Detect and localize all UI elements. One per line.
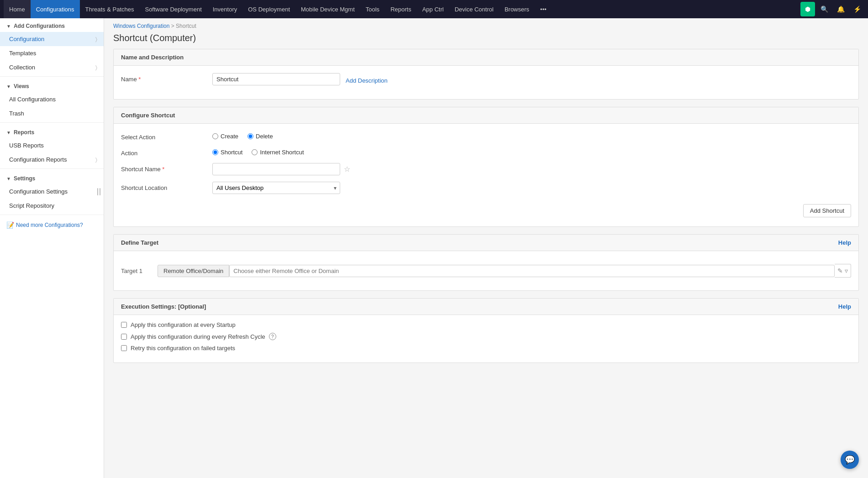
top-nav: Home Configurations Threats & Patches So… — [0, 0, 868, 18]
collection-label: Collection — [9, 64, 35, 71]
chevron-right-icon-collection: 〉 — [95, 64, 97, 71]
nav-item-software[interactable]: Software Deployment — [139, 0, 207, 18]
nav-item-devicecontrol[interactable]: Device Control — [449, 0, 499, 18]
sidebar-item-collection[interactable]: Collection 〉 — [0, 60, 104, 74]
sidebar-item-configuration[interactable]: Configuration 〉 — [0, 32, 104, 46]
select-action-label: Select Action — [121, 131, 212, 141]
checkbox-row-1: Apply this configuration at every Startu… — [121, 321, 851, 328]
main-content: Windows Configuration > Shortcut Shortcu… — [104, 18, 868, 478]
all-configurations-label: All Configurations — [9, 96, 56, 103]
shortcut-name-input[interactable] — [212, 163, 340, 175]
sidebar-section-settings[interactable]: ▼ Settings — [0, 171, 104, 184]
sidebar-item-configuration-settings[interactable]: Configuration Settings — [0, 184, 104, 199]
nav-item-threats[interactable]: Threats & Patches — [80, 0, 140, 18]
sidebar: ▼ Add Configurations Configuration 〉 Tem… — [0, 18, 104, 478]
nav-item-mobile[interactable]: Mobile Device Mgmt — [295, 0, 360, 18]
edit-icon[interactable]: ✎ — [837, 267, 843, 274]
name-label: Name * — [121, 73, 212, 83]
target-input[interactable] — [229, 265, 835, 277]
shield-icon[interactable]: ⬢ — [800, 2, 815, 16]
nav-item-home[interactable]: Home — [4, 0, 31, 18]
configuration-label: Configuration — [9, 36, 44, 42]
breadcrumb-parent[interactable]: Windows Configuration — [113, 23, 169, 29]
execution-settings-body: Apply this configuration at every Startu… — [114, 315, 858, 362]
radio-shortcut[interactable]: Shortcut — [212, 149, 242, 156]
sidebar-item-usb-reports[interactable]: USB Reports — [0, 138, 104, 152]
configuration-settings-label: Configuration Settings — [9, 188, 68, 195]
shortcut-name-required: * — [162, 166, 164, 173]
action-row: Action Shortcut Internet Shortcut — [121, 147, 851, 157]
chevron-right-icon-config-reports: 〉 — [95, 157, 97, 163]
chevron-down-icon-reports: ▼ — [6, 130, 11, 135]
nav-item-os[interactable]: OS Deployment — [242, 0, 295, 18]
search-icon[interactable]: 🔍 — [817, 2, 831, 16]
radio-delete-input[interactable] — [247, 133, 253, 139]
radio-create-input[interactable] — [212, 133, 218, 139]
nav-item-inventory[interactable]: Inventory — [207, 0, 242, 18]
settings-label: Settings — [14, 175, 35, 182]
checkbox-startup[interactable] — [121, 322, 127, 328]
checkbox-startup-label[interactable]: Apply this configuration at every Startu… — [131, 321, 236, 328]
chevron-down-icon-settings: ▼ — [6, 176, 11, 181]
sidebar-section-reports[interactable]: ▼ Reports — [0, 125, 104, 138]
shortcut-name-control: ☆ — [212, 163, 851, 175]
sidebar-item-trash[interactable]: Trash — [0, 106, 104, 121]
radio-internet-shortcut[interactable]: Internet Shortcut — [252, 149, 304, 156]
reports-label: Reports — [14, 129, 34, 136]
execution-settings-header: Execution Settings: [Optional] Help — [114, 299, 858, 315]
chat-icon: 💬 — [845, 455, 855, 465]
sidebar-item-templates[interactable]: Templates — [0, 46, 104, 60]
bell-icon[interactable]: 🔔 — [833, 2, 848, 16]
checkbox-refresh-cycle[interactable] — [121, 334, 127, 340]
nav-item-reports[interactable]: Reports — [385, 0, 417, 18]
nav-item-more[interactable]: ••• — [535, 0, 552, 18]
name-input[interactable] — [212, 73, 340, 85]
checkbox-retry-label[interactable]: Retry this configuration on failed targe… — [131, 345, 235, 352]
required-marker: * — [138, 76, 141, 83]
target-actions: ✎ ▿ — [835, 264, 851, 278]
radio-internet-shortcut-input[interactable] — [252, 149, 258, 155]
sidebar-item-configuration-reports[interactable]: Configuration Reports 〉 — [0, 152, 104, 167]
radio-create[interactable]: Create — [212, 133, 238, 140]
nav-item-tools[interactable]: Tools — [360, 0, 385, 18]
sidebar-item-script-repository[interactable]: Script Repository — [0, 199, 104, 213]
sidebar-section-views[interactable]: ▼ Views — [0, 79, 104, 92]
configure-shortcut-body: Select Action Create Delete — [114, 124, 858, 226]
filter-icon[interactable]: ▿ — [845, 267, 848, 274]
nav-item-configurations[interactable]: Configurations — [31, 0, 80, 18]
shortcut-location-row: Shortcut Location All Users Desktop Desk… — [121, 182, 851, 194]
shortcut-name-wrap: ☆ — [212, 163, 851, 175]
radio-delete[interactable]: Delete — [247, 133, 273, 140]
action-label: Action — [121, 147, 212, 157]
sidebar-section-add-configurations[interactable]: ▼ Add Configurations — [0, 18, 104, 32]
configure-shortcut-header: Configure Shortcut — [114, 107, 858, 124]
radio-shortcut-input[interactable] — [212, 149, 218, 155]
name-control-wrap: Add Description — [212, 73, 851, 85]
define-target-help-link[interactable]: Help — [838, 239, 851, 246]
shortcut-name-row: Shortcut Name * ☆ — [121, 163, 851, 175]
configuration-reports-label: Configuration Reports — [9, 156, 67, 163]
checkbox-refresh-cycle-label[interactable]: Apply this configuration during every Re… — [131, 333, 265, 340]
chat-bubble[interactable]: 💬 — [841, 451, 859, 469]
need-more-configurations-link[interactable]: 📝 Need more Configurations? — [0, 217, 104, 233]
star-icon[interactable]: ☆ — [344, 165, 350, 173]
select-action-control: Create Delete — [212, 131, 851, 140]
breadcrumb-current: Shortcut — [176, 23, 196, 29]
shortcut-location-label: Shortcut Location — [121, 182, 212, 191]
checkbox-retry[interactable] — [121, 345, 127, 351]
shortcut-location-select[interactable]: All Users Desktop Desktop Start Menu Qui… — [212, 182, 340, 194]
action-control: Shortcut Internet Shortcut — [212, 147, 851, 156]
add-description-link[interactable]: Add Description — [346, 74, 388, 84]
execution-settings-help-link[interactable]: Help — [838, 303, 851, 310]
sidebar-item-all-configurations[interactable]: All Configurations — [0, 92, 104, 106]
refresh-cycle-help-icon[interactable]: ? — [269, 333, 276, 340]
add-shortcut-button[interactable]: Add Shortcut — [803, 204, 851, 217]
nav-item-browsers[interactable]: Browsers — [499, 0, 535, 18]
chevron-down-icon-views: ▼ — [6, 84, 11, 89]
define-target-body: Target 1 Remote Office/Domain ✎ ▿ — [114, 251, 858, 290]
shortcut-location-select-wrap: All Users Desktop Desktop Start Menu Qui… — [212, 182, 340, 194]
page-title: Shortcut (Computer) — [104, 31, 868, 49]
nav-item-appctrl[interactable]: App Ctrl — [417, 0, 449, 18]
lightning-icon[interactable]: ⚡ — [850, 2, 864, 16]
name-row: Name * Add Description — [121, 73, 851, 85]
